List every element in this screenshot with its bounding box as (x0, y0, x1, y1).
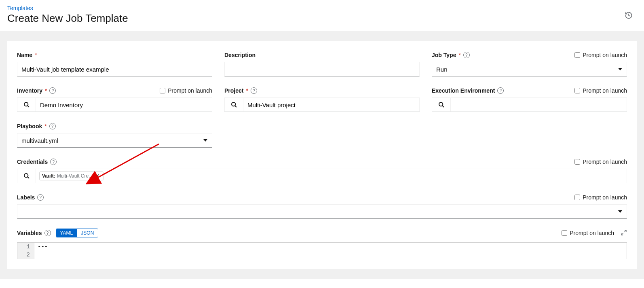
svg-point-0 (24, 102, 28, 106)
label-variables: Variables (17, 230, 42, 236)
inventory-lookup-button[interactable] (17, 97, 36, 112)
labels-select[interactable] (17, 204, 627, 219)
prompt-label: Prompt on launch (168, 87, 212, 94)
required-indicator: * (246, 87, 248, 94)
prompt-labels[interactable]: Prompt on launch (574, 194, 627, 201)
field-playbook: Playbook * ? multivault.yml (17, 122, 212, 148)
breadcrumb-link[interactable]: Templates (7, 5, 637, 11)
prompt-label: Prompt on launch (583, 52, 627, 58)
credential-chip: Vault: Multi-Vault Cre... ✕ (39, 172, 103, 180)
chip-type: Vault: (42, 173, 55, 179)
chip-name: Multi-Vault Cre... (57, 173, 93, 179)
svg-point-6 (24, 174, 28, 177)
field-inventory: Inventory * ? Prompt on launch (17, 86, 212, 112)
help-icon[interactable]: ? (37, 194, 44, 201)
prompt-label: Prompt on launch (583, 194, 627, 201)
prompt-variables[interactable]: Prompt on launch (562, 230, 614, 236)
required-indicator: * (45, 87, 47, 94)
help-icon[interactable]: ? (463, 52, 470, 58)
prompt-inventory-checkbox[interactable] (160, 88, 165, 93)
svg-point-4 (439, 102, 443, 106)
help-icon[interactable]: ? (49, 87, 56, 94)
variables-editor[interactable]: 1 --- 2 (17, 242, 627, 259)
prompt-exec-env[interactable]: Prompt on launch (574, 87, 627, 94)
prompt-label: Prompt on launch (583, 159, 627, 165)
field-project: Project * ? (224, 86, 420, 112)
help-icon[interactable]: ? (251, 87, 257, 94)
field-description: Description (224, 51, 420, 76)
description-input[interactable] (224, 62, 420, 76)
editor-code-line[interactable]: --- (34, 243, 627, 251)
prompt-credentials-checkbox[interactable] (574, 159, 580, 165)
prompt-job-type-checkbox[interactable] (574, 52, 580, 58)
history-icon[interactable] (625, 11, 633, 21)
help-icon[interactable]: ? (44, 230, 51, 236)
format-toggle: YAML JSON (56, 229, 99, 237)
required-indicator: * (458, 52, 460, 58)
label-playbook: Playbook (17, 123, 42, 129)
exec-env-input[interactable] (450, 97, 627, 112)
exec-env-lookup-button[interactable] (432, 97, 450, 112)
chip-remove-icon[interactable]: ✕ (94, 173, 101, 179)
svg-line-3 (235, 106, 236, 107)
toggle-json[interactable]: JSON (77, 229, 98, 237)
required-indicator: * (44, 123, 46, 129)
content-background: Name * Description Job Type (0, 31, 644, 279)
label-description: Description (224, 52, 255, 58)
required-indicator: * (35, 52, 37, 58)
credentials-chip-area[interactable]: Vault: Multi-Vault Cre... ✕ (36, 169, 627, 183)
page-title: Create New Job Template (7, 12, 637, 25)
prompt-variables-checkbox[interactable] (562, 230, 567, 236)
prompt-inventory[interactable]: Prompt on launch (160, 87, 212, 94)
playbook-select[interactable]: multivault.yml (17, 133, 212, 148)
label-labels: Labels (17, 194, 35, 201)
help-icon[interactable]: ? (49, 123, 56, 129)
label-credentials: Credentials (17, 159, 48, 165)
label-job-type: Job Type (432, 52, 456, 58)
job-type-select[interactable]: Run (432, 62, 627, 76)
toggle-yaml[interactable]: YAML (56, 229, 77, 237)
field-job-type: Job Type * ? Prompt on launch Run (432, 51, 627, 76)
credentials-lookup-button[interactable] (17, 169, 36, 183)
form-card: Name * Description Job Type (7, 41, 637, 269)
svg-line-7 (27, 177, 29, 178)
name-input[interactable] (17, 62, 212, 76)
help-icon[interactable]: ? (50, 159, 57, 165)
editor-gutter: 2 (17, 251, 34, 259)
field-variables: Variables ? YAML JSON Prompt on launch (17, 229, 627, 259)
prompt-labels-checkbox[interactable] (574, 195, 580, 200)
prompt-exec-env-checkbox[interactable] (574, 88, 580, 93)
label-name: Name (17, 52, 32, 58)
inventory-input[interactable] (36, 97, 212, 112)
editor-gutter: 1 (17, 243, 34, 251)
svg-line-9 (621, 233, 623, 235)
svg-point-2 (232, 102, 235, 106)
svg-line-8 (624, 230, 626, 232)
page-header: Templates Create New Job Template (0, 0, 644, 31)
expand-icon[interactable] (621, 229, 627, 237)
prompt-job-type[interactable]: Prompt on launch (574, 52, 627, 58)
label-exec-env: Execution Environment (432, 87, 495, 94)
prompt-label: Prompt on launch (583, 87, 627, 94)
prompt-label: Prompt on launch (570, 230, 614, 236)
svg-line-1 (27, 106, 29, 107)
project-input[interactable] (243, 97, 420, 112)
field-credentials: Credentials ? Prompt on launch Vault: (17, 157, 627, 183)
help-icon[interactable]: ? (497, 87, 504, 94)
label-project: Project (224, 87, 243, 94)
prompt-credentials[interactable]: Prompt on launch (574, 159, 627, 165)
label-inventory: Inventory (17, 87, 42, 94)
svg-line-5 (442, 106, 444, 107)
editor-code-line[interactable] (34, 251, 627, 259)
field-name: Name * (17, 51, 212, 76)
project-lookup-button[interactable] (224, 97, 243, 112)
field-labels: Labels ? Prompt on launch (17, 193, 627, 219)
field-exec-env: Execution Environment ? Prompt on launch (432, 86, 627, 112)
